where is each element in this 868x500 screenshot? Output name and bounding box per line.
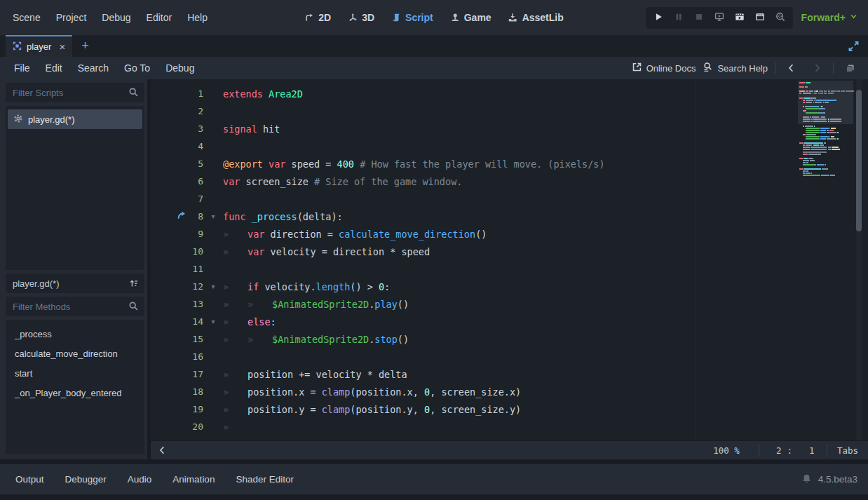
add-scene-tab-button[interactable]: + <box>72 35 98 57</box>
code-line-8[interactable]: 8▾func _process(delta): <box>151 208 868 225</box>
code-area[interactable]: 1extends Area2D23signal hit45@export var… <box>151 79 868 440</box>
movie-writer-button[interactable] <box>775 12 785 24</box>
workspace-2d[interactable]: 2D <box>300 9 335 26</box>
method-item--on-player-body-entered[interactable]: _on_Player_body_entered <box>8 384 142 403</box>
scripts-panel-collapse-button[interactable] <box>151 445 168 455</box>
code-line-20[interactable]: 20» <box>151 418 868 435</box>
stop-button[interactable] <box>694 12 704 24</box>
code-line-10[interactable]: 10»var velocity = direction * speed <box>151 243 868 260</box>
scene-tab-player[interactable]: player × <box>6 35 72 57</box>
minimap-line <box>806 138 838 140</box>
script-menu-search[interactable]: Search <box>71 59 116 77</box>
scrollbar-thumb[interactable] <box>856 90 862 231</box>
scene-marker-icon <box>13 41 22 53</box>
indent-guide: » <box>223 299 247 310</box>
code-line-7[interactable]: 7 <box>151 190 868 208</box>
bottom-panel-bar: OutputDebuggerAudioAnimationShader Edito… <box>0 464 868 494</box>
code-line-9[interactable]: 9»var direction = calculate_move_directi… <box>151 225 868 243</box>
script-item-player-gd-[interactable]: player.gd(*) <box>8 109 142 129</box>
workspace-3d[interactable]: 3D <box>344 9 379 26</box>
minimap[interactable] <box>798 79 853 440</box>
bottom-tab-shader-editor[interactable]: Shader Editor <box>227 470 302 489</box>
code-line-3[interactable]: 3signal hit <box>151 120 868 137</box>
method-item-start[interactable]: start <box>8 364 142 384</box>
code-line-11[interactable]: 11 <box>151 260 868 278</box>
line-number: 12 <box>188 281 203 292</box>
menu-debug[interactable]: Debug <box>95 8 137 27</box>
breakpoint-gutter[interactable] <box>151 210 188 222</box>
line-number: 5 <box>188 158 203 169</box>
script-panel-toggle-icon[interactable] <box>841 63 860 74</box>
script-menus: FileEditSearchGo ToDebug <box>0 59 201 77</box>
pause-button[interactable] <box>674 12 684 24</box>
fold-chevron-icon[interactable]: ▾ <box>203 212 223 220</box>
play-scene-button[interactable] <box>714 12 724 24</box>
code-text: »position.y = clamp(position.y, 0, scree… <box>223 404 521 415</box>
play-scene-icon <box>714 12 724 24</box>
indent-mode: Tabs <box>827 441 868 459</box>
renderer-select[interactable]: Forward+ <box>801 12 858 23</box>
fold-chevron-icon[interactable]: ▾ <box>203 318 223 325</box>
token-ann: @export <box>223 158 263 170</box>
code-line-19[interactable]: 19»position.y = clamp(position.y, 0, scr… <box>151 400 868 418</box>
workspace-script[interactable]: Script <box>387 9 438 26</box>
distraction-free-icon[interactable] <box>848 40 860 52</box>
fold-chevron-icon[interactable]: ▾ <box>203 283 223 290</box>
bell-icon[interactable] <box>801 473 812 486</box>
play-button[interactable] <box>653 12 663 24</box>
code-editor[interactable]: 1extends Area2D23signal hit45@export var… <box>151 79 868 459</box>
version-label[interactable]: 4.5.beta3 <box>818 474 857 485</box>
sort-methods-icon[interactable] <box>125 276 142 291</box>
code-line-4[interactable]: 4 <box>151 137 868 155</box>
zoom-level[interactable]: 100 % <box>694 441 759 459</box>
method-item--process[interactable]: _process <box>8 325 142 344</box>
line-number: 13 <box>188 299 203 309</box>
bottom-tab-output[interactable]: Output <box>7 470 53 489</box>
token-cf: if <box>247 281 259 292</box>
menu-scene[interactable]: Scene <box>6 8 48 27</box>
workspace-assetlib[interactable]: AssetLib <box>504 9 568 26</box>
version-area: 4.5.beta3 <box>801 473 868 486</box>
search-help-button[interactable]: Search Help <box>703 62 768 74</box>
vertical-scrollbar[interactable] <box>856 79 862 440</box>
code-line-6[interactable]: 6var screen_size # Size of the game wind… <box>151 173 868 190</box>
method-item-calculate-move-direction[interactable]: calculate_move_direction <box>8 344 142 364</box>
history-back-button[interactable] <box>782 63 801 73</box>
window-edge <box>0 494 868 500</box>
code-line-2[interactable]: 2 <box>151 102 868 120</box>
menu-editor[interactable]: Editor <box>140 8 179 27</box>
filter-scripts-box <box>6 83 144 102</box>
code-line-18[interactable]: 18»position.x = clamp(position.x, 0, scr… <box>151 383 868 400</box>
code-line-17[interactable]: 17»position += velocity * delta <box>151 365 868 383</box>
menu-project[interactable]: Project <box>49 8 94 27</box>
play-custom-scene-button[interactable] <box>755 12 765 24</box>
code-line-12[interactable]: 12▾»if velocity.length() > 0: <box>151 278 868 295</box>
code-line-5[interactable]: 5@export var speed = 400 # How fast the … <box>151 155 868 173</box>
token-fn: stop <box>374 334 398 345</box>
minimap-line <box>799 158 813 159</box>
play-movie-button[interactable] <box>735 12 745 24</box>
script-menu-go-to[interactable]: Go To <box>117 59 157 77</box>
code-line-14[interactable]: 14▾»else: <box>151 313 868 330</box>
workspace-game[interactable]: Game <box>446 9 496 26</box>
code-line-13[interactable]: 13»»$AnimatedSprite2D.play() <box>151 295 868 313</box>
bottom-tab-animation[interactable]: Animation <box>164 470 223 489</box>
methods-list: _processcalculate_move_directionstart_on… <box>6 320 144 454</box>
script-menu-edit[interactable]: Edit <box>39 59 69 77</box>
script-menu-debug[interactable]: Debug <box>158 59 201 77</box>
token-kw: func <box>223 211 246 222</box>
menu-help[interactable]: Help <box>180 8 215 27</box>
code-line-1[interactable]: 1extends Area2D <box>151 85 868 102</box>
online-docs-button[interactable]: Online Docs <box>632 62 696 74</box>
script-menu-file[interactable]: File <box>7 59 37 77</box>
history-forward-button[interactable] <box>808 63 826 73</box>
bottom-tab-audio[interactable]: Audio <box>119 470 161 489</box>
token-txt: () <box>398 299 409 310</box>
bottom-tab-debugger[interactable]: Debugger <box>57 470 115 489</box>
search-help-label: Search Help <box>717 63 768 74</box>
indent-guide: » <box>223 281 247 292</box>
close-icon[interactable]: × <box>59 41 65 52</box>
code-line-16[interactable]: 16 <box>151 348 868 365</box>
code-line-15[interactable]: 15»»$AnimatedSprite2D.stop() <box>151 330 868 348</box>
minimap-line <box>803 116 825 118</box>
